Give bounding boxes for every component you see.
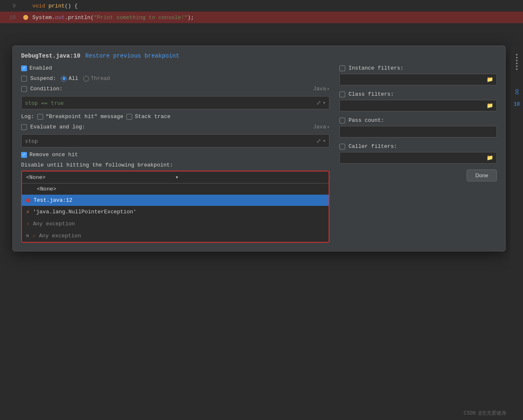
code-line-10: 10 System.out.println("Print something t… [0,12,523,23]
enabled-row: Enabled [21,65,329,71]
caller-filters-input[interactable]: 📁 [339,152,497,164]
dropdown-item-none[interactable]: <None> [22,183,329,195]
any2-m-prefix: M [26,234,29,239]
pass-count-label: Pass count: [349,117,384,123]
suspend-label: Suspend: [30,75,56,82]
radio-thread-label: Thread [91,75,110,82]
suspend-checkbox[interactable] [21,76,27,82]
edge-dot-2 [516,57,518,58]
pass-count-row: Pass count: [339,117,497,138]
nullpointer-icon: ⚡ [26,208,29,215]
breakpoint-popup: DebugTest.java:10 Restore previous break… [12,46,506,251]
breakpoint-icon-10 [22,14,29,21]
test12-icon [26,198,30,203]
log-label: Log: [21,113,34,120]
condition-expand-icon[interactable]: ⤢ [316,99,321,106]
log-section: Log: "Breakpoint hit" message Stack trac… [21,113,329,120]
condition-row: Condition: Java [21,86,329,92]
condition-lang-dropdown[interactable]: Java [313,86,329,92]
evaluate-log-label: Evaluate and log: [30,124,85,130]
breakpoint-hit-label: "Breakpoint hit" message [46,113,123,120]
condition-input[interactable]: stop == true ⤢ ▾ [21,96,329,109]
caller-filters-folder-icon[interactable]: 📁 [487,154,493,161]
suspend-radio-group: All Thread [61,75,110,82]
suspend-row: Suspend: All Thread [21,75,329,82]
disable-dropdown-container: <None> ▾ <None> Test.java:12 [21,171,329,243]
class-filters-checkbox[interactable] [339,92,345,97]
popup-left-panel: Enabled Suspend: All Thread [21,65,329,243]
code-editor: 9 void print() { 10 System.out.println("… [0,0,523,50]
instance-filters-input[interactable]: 📁 [339,74,497,85]
edge-dot-6 [516,68,518,70]
evaluate-expand-icon[interactable]: ⤢ [316,138,321,144]
radio-all[interactable]: All [61,75,78,82]
condition-label: Condition: [30,86,63,92]
evaluate-log-row: Evaluate and log: Java [21,124,329,130]
pass-count-input[interactable] [339,126,497,138]
popup-body: Enabled Suspend: All Thread [21,65,497,243]
disable-dropdown-chevron[interactable]: ▾ [175,174,324,181]
disable-dropdown-selected[interactable]: <None> ▾ [22,171,329,183]
enabled-checkbox[interactable] [21,65,27,71]
evaluate-lang-dropdown[interactable]: Java [313,124,329,130]
evaluate-dropdown-arrow[interactable]: ▾ [323,138,326,144]
edge-dots [516,54,518,70]
any2-icon: ⚡ [32,232,36,239]
code-content-10: System.out.println("Print something to c… [32,14,194,21]
dropdown-item-nullpointer[interactable]: ⚡ 'java.lang.NullPointerException' [22,206,329,218]
code-content-9: void print() { [32,3,77,9]
class-filters-label-row: Class filters: [339,91,497,97]
code-line-9: 9 void print() { [0,0,523,12]
evaluate-input[interactable]: stop ⤢ ▾ [21,134,329,147]
instance-filters-checkbox[interactable] [339,65,345,71]
stack-trace-container[interactable]: Stack trace [126,113,170,120]
instance-filters-folder-icon[interactable]: 📁 [487,76,493,83]
radio-thread-btn[interactable] [83,76,89,82]
dropdown-item-test12[interactable]: Test.java:12 [22,195,329,206]
class-filters-folder-icon[interactable]: 📁 [487,102,493,109]
done-button[interactable]: Done [467,169,497,181]
caller-filters-label: Caller filters: [349,143,397,150]
remove-once-hit-container[interactable]: Remove once hit [21,152,78,158]
edge-dot-5 [516,65,518,67]
breakpoint-hit-checkbox[interactable] [37,114,43,120]
line-number-10: 10 [3,14,16,21]
pass-count-label-row: Pass count: [339,117,497,123]
radio-all-label: All [68,75,78,82]
enabled-checkbox-container[interactable]: Enabled [21,65,52,71]
dropdown-item-any2[interactable]: M ⚡ Any exception [22,230,329,242]
dropdown-any2-label: Any exception [39,233,81,239]
popup-file-title: DebugTest.java:10 [21,53,80,59]
condition-checkbox[interactable] [21,86,27,92]
class-filters-input[interactable]: 📁 [339,100,497,111]
condition-dropdown-arrow[interactable]: ▾ [323,100,326,106]
evaluate-input-text: stop [25,138,316,144]
radio-all-btn[interactable] [61,76,67,82]
stack-trace-checkbox[interactable] [126,114,132,120]
breakpoint-hit-container[interactable]: "Breakpoint hit" message [37,113,123,120]
remove-once-hit-row: Remove once hit [21,152,329,158]
remove-once-hit-checkbox[interactable] [21,152,27,158]
dropdown-item-any1[interactable]: ⚡ Any exception [22,218,329,230]
restore-breakpoint-link[interactable]: Restore previous breakpoint [85,53,179,59]
popup-right-panel: Instance filters: 📁 Class filters: 📁 [339,65,497,243]
stack-trace-label: Stack trace [135,113,170,120]
edge-dot-3 [516,60,518,61]
instance-filters-row: Instance filters: 📁 [339,65,497,85]
radio-thread[interactable]: Thread [83,75,110,82]
edge-dot-4 [516,63,518,64]
remove-once-hit-label: Remove once hit [29,152,78,158]
dropdown-test12-label: Test.java:12 [34,197,73,203]
condition-input-text: stop == true [25,100,316,106]
pass-count-checkbox[interactable] [339,118,345,123]
caller-filters-checkbox[interactable] [339,144,345,150]
disable-until-label: Disable until hitting the following brea… [21,162,329,168]
edge-dot-1 [516,54,518,56]
right-edge-panel: oc 10 [511,46,523,418]
class-filters-row: Class filters: 📁 [339,91,497,111]
dropdown-nullpointer-label: 'java.lang.NullPointerException' [33,209,136,215]
disable-until-section: Disable until hitting the following brea… [21,162,329,243]
evaluate-log-checkbox[interactable] [21,124,27,130]
right-edge-oc-label: oc [514,89,520,95]
dropdown-any1-label: Any exception [33,221,75,227]
